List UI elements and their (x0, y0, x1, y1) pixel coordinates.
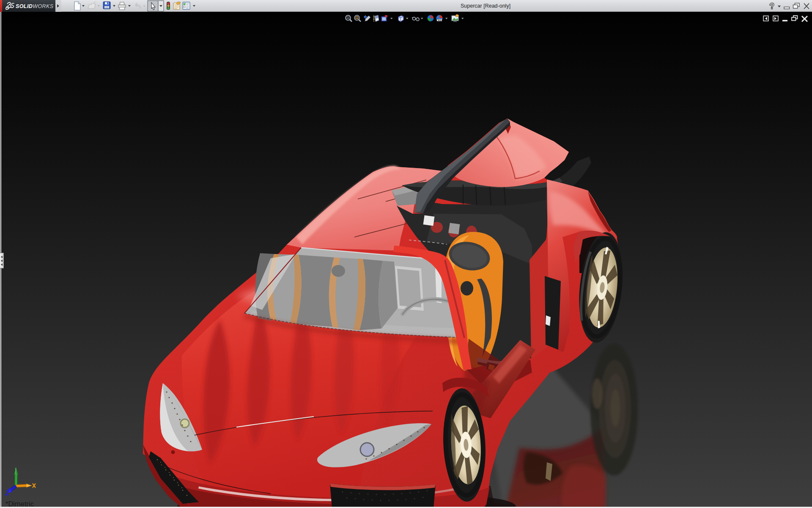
svg-text:SOLIDWORKS: SOLIDWORKS (16, 3, 54, 9)
